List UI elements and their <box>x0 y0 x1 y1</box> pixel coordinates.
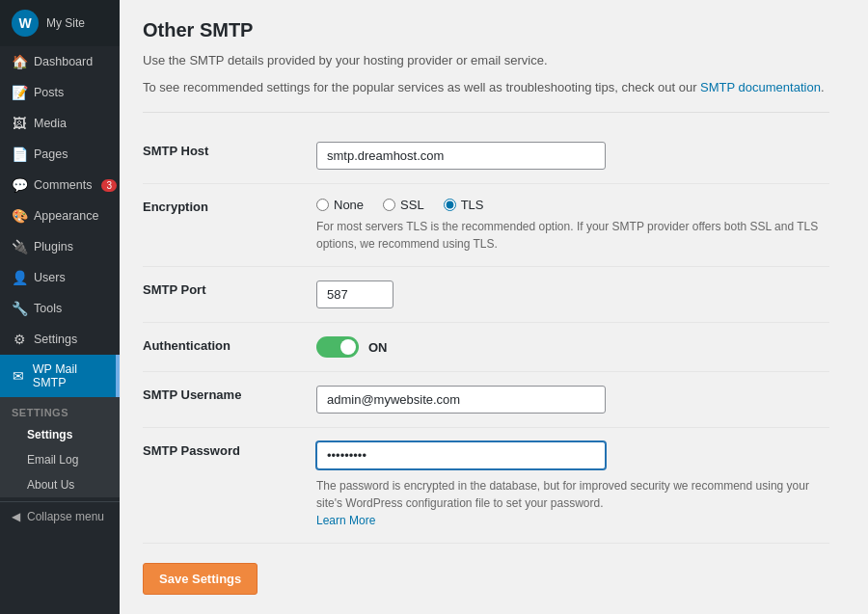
posts-icon: 📝 <box>12 85 27 100</box>
submenu-about-us-label: About Us <box>27 478 74 492</box>
divider <box>143 112 829 113</box>
sidebar-item-label: Plugins <box>34 240 73 254</box>
encryption-tls-label: TLS <box>461 198 484 212</box>
smtp-host-label: SMTP Host <box>143 128 316 184</box>
sidebar-item-label: Dashboard <box>34 55 93 68</box>
submenu-email-log-label: Email Log <box>27 453 78 467</box>
submenu-label: Settings <box>0 397 120 422</box>
sidebar-item-appearance[interactable]: 🎨 Appearance <box>0 200 120 231</box>
sidebar-item-media[interactable]: 🖼 Media <box>0 108 120 139</box>
submenu-settings-label: Settings <box>27 428 72 441</box>
encryption-row: Encryption None SSL <box>143 184 829 267</box>
sidebar-logo: W My Site <box>0 0 120 46</box>
collapse-icon: ◀ <box>12 510 20 523</box>
sidebar-item-comments[interactable]: 💬 Comments 3 <box>0 170 120 200</box>
encryption-ssl-label: SSL <box>400 198 424 212</box>
learn-more-link[interactable]: Learn More <box>316 514 375 527</box>
sidebar-item-label: Tools <box>34 302 62 315</box>
sidebar-submenu: Settings Settings Email Log About Us <box>0 397 120 497</box>
dashboard-icon: 🏠 <box>12 54 27 69</box>
encryption-ssl-option[interactable]: SSL <box>383 198 424 212</box>
description1: Use the SMTP details provided by your ho… <box>143 51 829 70</box>
sidebar-item-wp-mail-smtp[interactable]: ✉ WP Mail SMTP <box>0 355 120 397</box>
authentication-on-label: ON <box>368 340 388 355</box>
encryption-label: Encryption <box>143 184 316 267</box>
smtp-password-row: SMTP Password The password is encrypted … <box>143 428 829 544</box>
smtp-host-row: SMTP Host <box>143 128 829 184</box>
tools-icon: 🔧 <box>12 301 27 316</box>
settings-icon: ⚙ <box>12 332 27 347</box>
sidebar-item-label: Users <box>34 271 66 284</box>
page-title: Other SMTP <box>143 19 829 41</box>
smtp-password-label: SMTP Password <box>143 428 316 544</box>
wp-logo-icon: W <box>12 10 39 37</box>
smtp-password-input[interactable] <box>316 441 606 469</box>
authentication-row: Authentication ON <box>143 323 829 372</box>
encryption-tls-option[interactable]: TLS <box>444 198 484 212</box>
sidebar-item-label: WP Mail SMTP <box>33 362 108 389</box>
sidebar-item-tools[interactable]: 🔧 Tools <box>0 293 120 324</box>
smtp-docs-link[interactable]: SMTP documentation <box>700 80 821 94</box>
submenu-item-settings[interactable]: Settings <box>0 422 120 447</box>
password-hint-text: The password is encrypted in the databas… <box>316 479 809 510</box>
encryption-none-option[interactable]: None <box>316 198 364 212</box>
encryption-ssl-radio[interactable] <box>383 199 395 211</box>
wp-mail-icon: ✉ <box>12 368 26 384</box>
description2: To see recommended settings for the popu… <box>143 78 829 97</box>
smtp-port-row: SMTP Port <box>143 267 829 323</box>
sidebar-item-pages[interactable]: 📄 Pages <box>0 139 120 170</box>
authentication-label: Authentication <box>143 323 316 372</box>
authentication-toggle-wrap: ON <box>316 336 829 358</box>
password-hint: The password is encrypted in the databas… <box>316 477 818 529</box>
sidebar-item-label: Comments <box>34 178 92 192</box>
sidebar-item-dashboard[interactable]: 🏠 Dashboard <box>0 46 120 77</box>
sidebar: W My Site 🏠 Dashboard 📝 Posts 🖼 Media 📄 … <box>0 0 120 614</box>
collapse-menu-button[interactable]: ◀ Collapse menu <box>0 501 120 531</box>
plugins-icon: 🔌 <box>12 239 27 254</box>
sidebar-item-label: Appearance <box>34 209 98 223</box>
comments-badge: 3 <box>101 179 117 192</box>
smtp-username-input[interactable] <box>316 386 606 414</box>
collapse-menu-label: Collapse menu <box>27 510 104 523</box>
site-name: My Site <box>46 16 85 30</box>
comments-icon: 💬 <box>12 177 27 193</box>
encryption-none-radio[interactable] <box>316 199 329 211</box>
submenu-item-email-log[interactable]: Email Log <box>0 447 120 472</box>
save-settings-button[interactable]: Save Settings <box>143 563 258 595</box>
description2-prefix: To see recommended settings for the popu… <box>143 80 696 94</box>
sidebar-item-label: Posts <box>34 86 64 99</box>
description2-suffix: . <box>821 80 825 94</box>
encryption-radio-group: None SSL TLS <box>316 198 829 212</box>
users-icon: 👤 <box>12 270 27 285</box>
media-icon: 🖼 <box>12 116 27 131</box>
encryption-none-label: None <box>334 198 364 212</box>
sidebar-item-posts[interactable]: 📝 Posts <box>0 77 120 108</box>
sidebar-item-label: Settings <box>34 333 77 346</box>
appearance-icon: 🎨 <box>12 208 27 224</box>
smtp-username-row: SMTP Username <box>143 372 829 428</box>
pages-icon: 📄 <box>12 147 27 162</box>
smtp-port-label: SMTP Port <box>143 267 316 323</box>
smtp-username-label: SMTP Username <box>143 372 316 428</box>
encryption-hint: For most servers TLS is the recommended … <box>316 218 829 253</box>
authentication-toggle[interactable] <box>316 336 359 358</box>
sidebar-item-settings[interactable]: ⚙ Settings <box>0 324 120 355</box>
sidebar-item-label: Media <box>34 117 67 130</box>
settings-form: SMTP Host Encryption None <box>143 128 829 544</box>
sidebar-item-label: Pages <box>34 147 68 161</box>
toggle-slider <box>316 336 359 358</box>
main-content: Other SMTP Use the SMTP details provided… <box>120 0 868 614</box>
sidebar-item-users[interactable]: 👤 Users <box>0 262 120 293</box>
encryption-tls-radio[interactable] <box>444 199 456 211</box>
submenu-item-about-us[interactable]: About Us <box>0 472 120 497</box>
sidebar-item-plugins[interactable]: 🔌 Plugins <box>0 231 120 262</box>
smtp-port-input[interactable] <box>316 280 393 308</box>
smtp-host-input[interactable] <box>316 142 606 170</box>
